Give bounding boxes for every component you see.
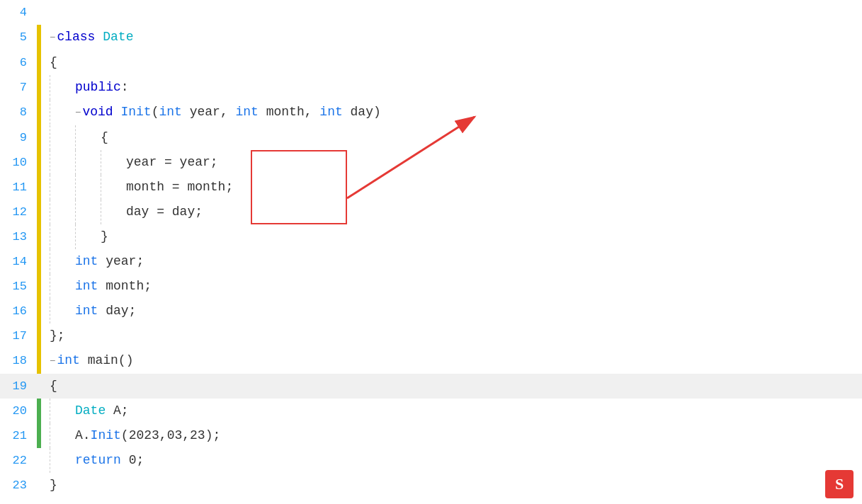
gutter <box>34 249 47 274</box>
code-line: 17}; <box>0 323 862 348</box>
line-number: 6 <box>0 50 34 75</box>
gutter <box>34 200 47 224</box>
line-number: 20 <box>0 399 34 423</box>
line-number: 7 <box>0 75 34 100</box>
gutter <box>34 100 47 125</box>
line-number: 14 <box>0 249 34 274</box>
line-content: } <box>47 224 862 249</box>
gutter <box>34 399 47 423</box>
line-content: −void Init(int year, int month, int day) <box>47 100 862 125</box>
line-content: −class Date <box>47 25 862 50</box>
code-line: 16int day; <box>0 299 862 323</box>
line-number: 13 <box>0 224 34 249</box>
line-content: month = month; <box>47 175 862 200</box>
gutter <box>34 224 47 249</box>
line-content: } <box>47 473 862 498</box>
line-content: int month; <box>47 274 862 299</box>
line-content: { <box>47 125 862 150</box>
collapse-marker[interactable]: − <box>50 355 55 367</box>
code-area: 45−class Date6{7public:8−void Init(int y… <box>0 0 862 498</box>
code-line: 15int month; <box>0 274 862 299</box>
gutter <box>34 0 47 25</box>
code-editor: 45−class Date6{7public:8−void Init(int y… <box>0 0 862 504</box>
line-content: −int main() <box>47 348 862 374</box>
gutter <box>34 423 47 448</box>
gutter <box>34 75 47 100</box>
line-number: 22 <box>0 448 34 473</box>
line-number: 19 <box>0 374 34 399</box>
line-content: }; <box>47 323 862 348</box>
code-line: 13} <box>0 224 862 249</box>
gutter <box>34 323 47 348</box>
line-number: 23 <box>0 473 34 498</box>
line-content: { <box>47 374 862 399</box>
gutter <box>34 50 47 75</box>
line-content: int year; <box>47 249 862 274</box>
gutter <box>34 374 47 399</box>
line-number: 21 <box>0 423 34 448</box>
code-line: 8−void Init(int year, int month, int day… <box>0 100 862 125</box>
line-content: A.Init(2023,03,23); <box>47 423 862 448</box>
code-line: 4 <box>0 0 862 25</box>
collapse-marker[interactable]: − <box>50 32 55 43</box>
code-line: 12day = day; <box>0 200 862 224</box>
code-line: 6{ <box>0 50 862 75</box>
code-line: 18−int main() <box>0 348 862 374</box>
code-line: 9{ <box>0 125 862 150</box>
line-number: 5 <box>0 25 34 50</box>
code-line: 5−class Date <box>0 25 862 50</box>
line-number: 10 <box>0 150 34 175</box>
line-number: 16 <box>0 299 34 323</box>
collapse-marker[interactable]: − <box>75 107 81 118</box>
line-number: 17 <box>0 323 34 348</box>
gutter <box>34 274 47 299</box>
code-line: 11month = month; <box>0 175 862 200</box>
code-line: 7public: <box>0 75 862 100</box>
gutter <box>34 448 47 473</box>
gutter <box>34 25 47 50</box>
line-number: 8 <box>0 100 34 125</box>
line-content: day = day; <box>47 200 862 224</box>
line-content <box>47 0 862 25</box>
gutter <box>34 299 47 323</box>
line-number: 15 <box>0 274 34 299</box>
code-line: 21A.Init(2023,03,23); <box>0 423 862 448</box>
code-line: 19{ <box>0 374 862 399</box>
gutter <box>34 125 47 150</box>
code-line: 23} <box>0 473 862 498</box>
line-content: return 0; <box>47 448 862 473</box>
line-number: 4 <box>0 0 34 25</box>
gutter <box>34 150 47 175</box>
line-number: 12 <box>0 200 34 224</box>
code-line: 20Date A; <box>0 399 862 423</box>
line-content: Date A; <box>47 399 862 423</box>
line-number: 11 <box>0 175 34 200</box>
line-content: { <box>47 50 862 75</box>
sogou-icon: S <box>825 470 854 498</box>
gutter <box>34 473 47 498</box>
line-number: 18 <box>0 348 34 374</box>
line-number: 9 <box>0 125 34 150</box>
gutter <box>34 348 47 374</box>
code-line: 14int year; <box>0 249 862 274</box>
code-line: 22return 0; <box>0 448 862 473</box>
line-content: int day; <box>47 299 862 323</box>
code-line: 10year = year; <box>0 150 862 175</box>
line-content: public: <box>47 75 862 100</box>
gutter <box>34 175 47 200</box>
line-content: year = year; <box>47 150 862 175</box>
